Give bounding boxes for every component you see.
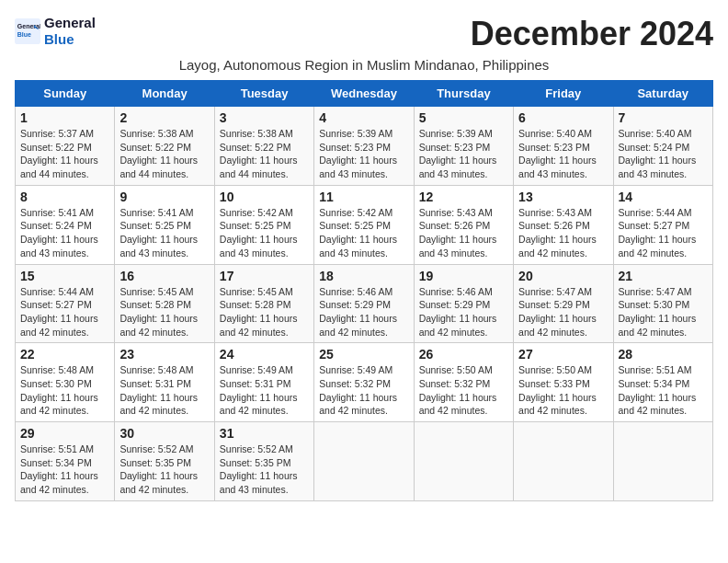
day-number: 6 [518, 110, 608, 125]
calendar-cell: 17 Sunrise: 5:45 AMSunset: 5:28 PMDaylig… [214, 264, 313, 343]
day-number: 1 [20, 110, 109, 125]
calendar-cell: 28 Sunrise: 5:51 AMSunset: 5:34 PMDaylig… [613, 343, 712, 422]
weekday-header-monday: Monday [115, 81, 214, 107]
calendar-cell: 31 Sunrise: 5:52 AMSunset: 5:35 PMDaylig… [214, 422, 313, 501]
calendar-cell: 7 Sunrise: 5:40 AMSunset: 5:24 PMDayligh… [613, 107, 712, 186]
logo-icon: General Blue [15, 18, 40, 44]
day-number: 4 [319, 110, 408, 125]
calendar-cell [314, 422, 414, 501]
day-info: Sunrise: 5:40 AMSunset: 5:23 PMDaylight:… [518, 127, 608, 181]
day-number: 20 [518, 269, 608, 283]
day-number: 7 [619, 110, 708, 125]
svg-text:Blue: Blue [17, 31, 31, 38]
calendar-cell: 29 Sunrise: 5:51 AMSunset: 5:34 PMDaylig… [16, 422, 115, 501]
day-number: 11 [319, 190, 408, 204]
day-info: Sunrise: 5:51 AMSunset: 5:34 PMDaylight:… [20, 442, 109, 497]
day-number: 3 [220, 110, 309, 125]
day-info: Sunrise: 5:38 AMSunset: 5:22 PMDaylight:… [119, 127, 209, 181]
weekday-header-wednesday: Wednesday [314, 81, 414, 107]
day-info: Sunrise: 5:44 AMSunset: 5:27 PMDaylight:… [20, 285, 109, 339]
calendar-cell: 12 Sunrise: 5:43 AMSunset: 5:26 PMDaylig… [414, 185, 513, 264]
calendar-cell: 6 Sunrise: 5:40 AMSunset: 5:23 PMDayligh… [514, 107, 613, 186]
calendar-week-4: 22 Sunrise: 5:48 AMSunset: 5:30 PMDaylig… [16, 343, 713, 422]
calendar-cell: 2 Sunrise: 5:38 AMSunset: 5:22 PMDayligh… [115, 107, 214, 186]
day-number: 12 [419, 190, 508, 204]
day-number: 22 [20, 347, 109, 362]
weekday-header-thursday: Thursday [414, 81, 513, 107]
day-number: 30 [119, 426, 209, 441]
day-info: Sunrise: 5:47 AMSunset: 5:29 PMDaylight:… [518, 285, 608, 339]
calendar-cell: 27 Sunrise: 5:50 AMSunset: 5:33 PMDaylig… [514, 343, 613, 422]
day-number: 16 [119, 269, 209, 283]
day-number: 17 [220, 269, 309, 283]
day-info: Sunrise: 5:52 AMSunset: 5:35 PMDaylight:… [119, 442, 209, 497]
weekday-header-saturday: Saturday [613, 81, 712, 107]
calendar-cell [514, 422, 613, 501]
day-info: Sunrise: 5:41 AMSunset: 5:24 PMDaylight:… [20, 206, 109, 260]
calendar-cell: 24 Sunrise: 5:49 AMSunset: 5:31 PMDaylig… [214, 343, 313, 422]
day-info: Sunrise: 5:43 AMSunset: 5:26 PMDaylight:… [419, 206, 508, 260]
day-number: 23 [119, 347, 209, 362]
logo-line1: General [44, 15, 96, 31]
day-number: 19 [419, 269, 508, 283]
day-number: 10 [220, 190, 309, 204]
weekday-header-sunday: Sunday [16, 81, 115, 107]
day-number: 13 [518, 190, 608, 204]
calendar-cell: 19 Sunrise: 5:46 AMSunset: 5:29 PMDaylig… [414, 264, 513, 343]
calendar-week-1: 1 Sunrise: 5:37 AMSunset: 5:22 PMDayligh… [16, 107, 713, 186]
day-info: Sunrise: 5:38 AMSunset: 5:22 PMDaylight:… [220, 127, 309, 181]
calendar-cell: 4 Sunrise: 5:39 AMSunset: 5:23 PMDayligh… [314, 107, 414, 186]
day-info: Sunrise: 5:40 AMSunset: 5:24 PMDaylight:… [619, 127, 708, 181]
day-number: 28 [619, 347, 708, 362]
calendar-cell: 14 Sunrise: 5:44 AMSunset: 5:27 PMDaylig… [613, 185, 712, 264]
calendar-cell: 10 Sunrise: 5:42 AMSunset: 5:25 PMDaylig… [214, 185, 313, 264]
day-info: Sunrise: 5:52 AMSunset: 5:35 PMDaylight:… [220, 442, 309, 497]
calendar-cell: 20 Sunrise: 5:47 AMSunset: 5:29 PMDaylig… [514, 264, 613, 343]
day-info: Sunrise: 5:48 AMSunset: 5:31 PMDaylight:… [119, 363, 209, 418]
day-number: 9 [119, 190, 209, 204]
calendar-cell: 23 Sunrise: 5:48 AMSunset: 5:31 PMDaylig… [115, 343, 214, 422]
day-number: 26 [419, 347, 508, 362]
day-number: 14 [619, 190, 708, 204]
day-number: 25 [319, 347, 408, 362]
month-year-title: December 2024 [471, 15, 713, 53]
calendar-cell: 9 Sunrise: 5:41 AMSunset: 5:25 PMDayligh… [115, 185, 214, 264]
day-info: Sunrise: 5:41 AMSunset: 5:25 PMDaylight:… [119, 206, 209, 260]
day-info: Sunrise: 5:43 AMSunset: 5:26 PMDaylight:… [518, 206, 608, 260]
day-info: Sunrise: 5:37 AMSunset: 5:22 PMDaylight:… [20, 127, 109, 181]
day-info: Sunrise: 5:47 AMSunset: 5:30 PMDaylight:… [619, 285, 708, 339]
calendar-cell: 30 Sunrise: 5:52 AMSunset: 5:35 PMDaylig… [115, 422, 214, 501]
weekday-header-tuesday: Tuesday [214, 81, 313, 107]
day-info: Sunrise: 5:49 AMSunset: 5:31 PMDaylight:… [220, 363, 309, 418]
day-number: 8 [20, 190, 109, 204]
calendar-week-5: 29 Sunrise: 5:51 AMSunset: 5:34 PMDaylig… [16, 422, 713, 501]
day-number: 15 [20, 269, 109, 283]
day-info: Sunrise: 5:46 AMSunset: 5:29 PMDaylight:… [419, 285, 508, 339]
calendar-cell: 26 Sunrise: 5:50 AMSunset: 5:32 PMDaylig… [414, 343, 513, 422]
day-info: Sunrise: 5:50 AMSunset: 5:33 PMDaylight:… [518, 363, 608, 418]
day-info: Sunrise: 5:45 AMSunset: 5:28 PMDaylight:… [119, 285, 209, 339]
calendar-cell: 13 Sunrise: 5:43 AMSunset: 5:26 PMDaylig… [514, 185, 613, 264]
day-info: Sunrise: 5:46 AMSunset: 5:29 PMDaylight:… [319, 285, 408, 339]
calendar-cell: 22 Sunrise: 5:48 AMSunset: 5:30 PMDaylig… [16, 343, 115, 422]
calendar-table: SundayMondayTuesdayWednesdayThursdayFrid… [15, 80, 713, 501]
day-info: Sunrise: 5:48 AMSunset: 5:30 PMDaylight:… [20, 363, 109, 418]
calendar-cell: 5 Sunrise: 5:39 AMSunset: 5:23 PMDayligh… [414, 107, 513, 186]
calendar-cell: 8 Sunrise: 5:41 AMSunset: 5:24 PMDayligh… [16, 185, 115, 264]
day-info: Sunrise: 5:39 AMSunset: 5:23 PMDaylight:… [319, 127, 408, 181]
calendar-week-3: 15 Sunrise: 5:44 AMSunset: 5:27 PMDaylig… [16, 264, 713, 343]
day-number: 5 [419, 110, 508, 125]
day-info: Sunrise: 5:50 AMSunset: 5:32 PMDaylight:… [419, 363, 508, 418]
day-info: Sunrise: 5:42 AMSunset: 5:25 PMDaylight:… [319, 206, 408, 260]
day-number: 24 [220, 347, 309, 362]
weekday-header-friday: Friday [514, 81, 613, 107]
day-info: Sunrise: 5:44 AMSunset: 5:27 PMDaylight:… [619, 206, 708, 260]
day-number: 27 [518, 347, 608, 362]
day-info: Sunrise: 5:39 AMSunset: 5:23 PMDaylight:… [419, 127, 508, 181]
day-info: Sunrise: 5:49 AMSunset: 5:32 PMDaylight:… [319, 363, 408, 418]
day-info: Sunrise: 5:42 AMSunset: 5:25 PMDaylight:… [220, 206, 309, 260]
calendar-cell: 3 Sunrise: 5:38 AMSunset: 5:22 PMDayligh… [214, 107, 313, 186]
logo-line2: Blue [44, 31, 96, 48]
calendar-cell: 1 Sunrise: 5:37 AMSunset: 5:22 PMDayligh… [16, 107, 115, 186]
day-number: 18 [319, 269, 408, 283]
